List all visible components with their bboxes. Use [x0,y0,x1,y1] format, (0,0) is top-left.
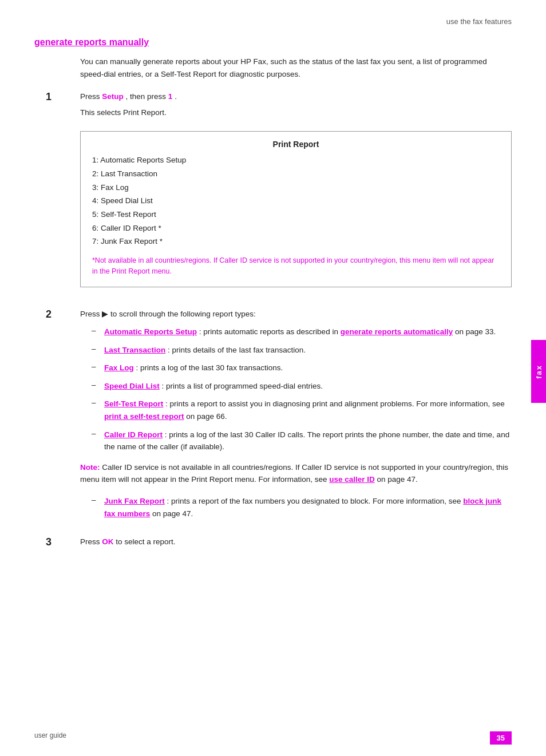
bullet-sep-1: : prints automatic reports as described … [199,327,341,336]
box-item-4: 4: Speed Dial List [92,194,500,208]
step-2-text: Press ▶ to scroll through the following … [80,308,512,320]
bullet-speed-dial: – Speed Dial List : prints a list of pro… [92,380,512,393]
footer-bar: user guide 35 [0,731,546,745]
link-use-caller-id[interactable]: use caller ID [329,475,375,484]
step-2-block: 2 Press ▶ to scroll through the followin… [80,308,512,526]
bullet-caller-id: – Caller ID Report : prints a log of the… [92,429,512,453]
term-junk-fax: Junk Fax Report [104,497,165,505]
step-3-block: 3 Press OK to select a report. [80,536,512,552]
bullet-sep-4: : prints a list of programmed speed-dial… [162,382,323,390]
step-3-text-before: Press [80,537,102,546]
step-2-number: 2 [46,308,80,320]
bullet-suffix-5: on page 66. [186,412,227,421]
bullet-sep-5: : prints a report to assist you in diagn… [165,399,505,408]
term-automatic-reports: Automatic Reports Setup [104,327,197,336]
bullet-content-5: Self-Test Report : prints a report to as… [104,398,512,422]
term-self-test: Self-Test Report [104,399,163,408]
box-item-3: 3: Fax Log [92,181,500,195]
step-1-text-before: Press [80,92,102,101]
note-block: Note: Caller ID service is not available… [80,461,512,486]
box-items-list: 1: Automatic Reports Setup 2: Last Trans… [92,153,500,248]
step-1-sub: This selects Print Report. [80,106,512,119]
box-item-7: 7: Junk Fax Report * [92,235,500,248]
box-note: *Not available in all countries/regions.… [92,255,500,278]
step-1-text: Press Setup , then press 1 . [80,90,512,103]
bullet-suffix-7: on page 47. [152,509,193,518]
extra-bullet-list: – Junk Fax Report : prints a report of t… [92,495,512,520]
step-2-content: Press ▶ to scroll through the following … [80,308,512,526]
step-1-highlight-setup: Setup [102,92,124,101]
intro-text: You can manually generate reports about … [80,56,512,80]
bullet-dash-6: – [92,429,104,438]
bullet-content-3: Fax Log : prints a log of the last 30 fa… [104,362,512,374]
bullet-content-7: Junk Fax Report : prints a report of the… [104,495,512,520]
step-1-text-after: . [175,92,177,101]
footer-left: user guide [34,731,66,745]
bullet-last-transaction: – Last Transaction : prints details of t… [92,344,512,357]
bullet-content-4: Speed Dial List : prints a list of progr… [104,380,512,393]
box-item-6: 6: Caller ID Report * [92,221,500,235]
header-label: use the fax features [446,17,512,26]
step-1-highlight-1: 1 [168,92,173,101]
note-suffix: on page 47. [377,475,418,484]
bullet-dash-7: – [92,495,104,504]
bullet-self-test: – Self-Test Report : prints a report to … [92,398,512,422]
term-speed-dial: Speed Dial List [104,382,160,390]
note-text: Caller ID service is not available in al… [80,463,508,484]
box-item-2: 2: Last Transaction [92,167,500,181]
box-item-5: 5: Self-Test Report [92,208,500,221]
step-1-number: 1 [46,90,80,103]
side-tab-label: fax [535,365,543,379]
footer-page-number: 35 [490,731,512,745]
step-3-text: Press OK to select a report. [80,536,512,548]
bullet-dash-4: – [92,380,104,389]
note-label: Note: [80,463,102,472]
term-fax-log: Fax Log [104,363,134,372]
term-last-transaction: Last Transaction [104,346,165,354]
bullet-content-6: Caller ID Report : prints a log of the l… [104,429,512,453]
step-3-text-after: to select a report. [116,537,175,546]
main-content: You can manually generate reports about … [80,56,512,552]
bullet-sep-3: : prints a log of the last 30 fax transa… [136,363,283,372]
bullet-list: – Automatic Reports Setup : prints autom… [92,326,512,453]
bullet-content-1: Automatic Reports Setup : prints automat… [104,326,512,338]
term-caller-id: Caller ID Report [104,430,163,439]
bullet-automatic-reports: – Automatic Reports Setup : prints autom… [92,326,512,338]
bullet-dash-2: – [92,344,104,353]
side-tab: fax [531,340,546,403]
bullet-suffix-1: on page 33. [455,327,496,336]
print-report-box: Print Report 1: Automatic Reports Setup … [80,131,512,287]
bullet-content-2: Last Transaction : prints details of the… [104,344,512,357]
page-container: use the fax features generate reports ma… [0,0,546,756]
bullet-sep-7: : prints a report of the fax numbers you… [167,497,464,505]
bullet-sep-2: : prints details of the last fax transac… [168,346,306,354]
link-self-test-report[interactable]: print a self-test report [104,412,184,421]
step-3-content: Press OK to select a report. [80,536,512,552]
step-1-block: 1 Press Setup , then press 1 . This sele… [80,90,512,297]
box-title: Print Report [92,140,500,149]
bullet-fax-log: – Fax Log : prints a log of the last 30 … [92,362,512,374]
bullet-dash-1: – [92,326,104,335]
box-item-1: 1: Automatic Reports Setup [92,153,500,167]
header-bar: use the fax features [34,17,512,26]
bullet-dash-3: – [92,362,104,371]
step-3-highlight-ok: OK [102,537,113,546]
step-1-text-mid: , then press [126,92,168,101]
step-1-content: Press Setup , then press 1 . This select… [80,90,512,297]
bullet-sep-6: : prints a log of the last 30 Caller ID … [104,430,509,452]
link-generate-automatically[interactable]: generate reports automatically [341,327,453,336]
step-3-number: 3 [46,536,80,548]
bullet-junk-fax: – Junk Fax Report : prints a report of t… [92,495,512,520]
bullet-dash-5: – [92,398,104,407]
section-title: generate reports manually [34,37,512,48]
